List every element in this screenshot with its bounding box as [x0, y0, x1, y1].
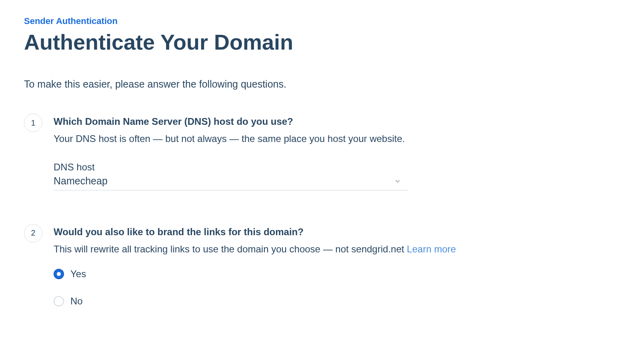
question-2-description-text: This will rewrite all tracking links to …: [54, 244, 407, 254]
question-2-content: Would you also like to brand the links f…: [54, 226, 486, 323]
page-title: Authenticate Your Domain: [24, 30, 604, 54]
breadcrumb: Sender Authentication: [24, 16, 604, 26]
breadcrumb-link[interactable]: Sender Authentication: [24, 16, 118, 26]
radio-circle-icon: [54, 296, 64, 306]
radio-circle-icon: [54, 269, 64, 279]
question-1: 1 Which Domain Name Server (DNS) host do…: [24, 116, 604, 190]
dns-host-label: DNS host: [54, 162, 486, 173]
radio-option-no[interactable]: No: [54, 296, 486, 307]
learn-more-link[interactable]: Learn more: [407, 244, 456, 254]
step-number-1: 1: [24, 114, 42, 132]
question-1-content: Which Domain Name Server (DNS) host do y…: [54, 116, 486, 190]
dns-host-select[interactable]: Namecheap: [54, 175, 408, 190]
question-1-description: Your DNS host is often — but not always …: [54, 132, 486, 146]
dns-host-value: Namecheap: [54, 175, 108, 186]
question-2-description: This will rewrite all tracking links to …: [54, 242, 486, 256]
radio-label-yes: Yes: [70, 268, 86, 280]
brand-links-radio-group: Yes No: [54, 268, 486, 307]
radio-option-yes[interactable]: Yes: [54, 268, 486, 280]
radio-label-no: No: [70, 296, 83, 307]
question-2: 2 Would you also like to brand the links…: [24, 226, 604, 323]
step-number-2: 2: [24, 224, 42, 242]
intro-text: To make this easier, please answer the f…: [24, 78, 604, 90]
question-1-title: Which Domain Name Server (DNS) host do y…: [54, 116, 486, 127]
question-2-title: Would you also like to brand the links f…: [54, 226, 486, 238]
chevron-down-icon: [395, 178, 400, 184]
